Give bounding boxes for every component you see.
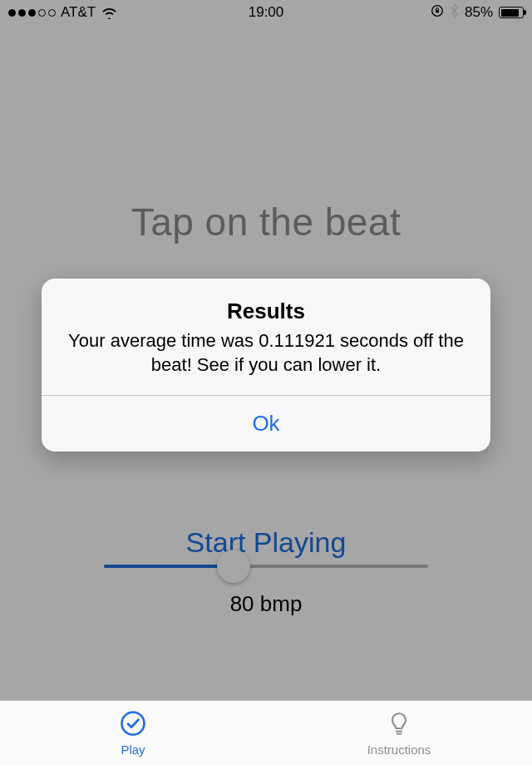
- alert-title: Results: [63, 299, 469, 324]
- ok-button[interactable]: Ok: [42, 396, 490, 452]
- status-bar: AT&T 19:00 85%: [0, 0, 532, 25]
- tab-play[interactable]: Play: [0, 701, 266, 765]
- check-circle-icon: [119, 709, 147, 741]
- carrier-label: AT&T: [61, 4, 96, 21]
- alert-body: Results Your average time was 0.111921 s…: [42, 279, 490, 395]
- bluetooth-icon: [450, 3, 459, 22]
- status-left: AT&T: [8, 4, 118, 21]
- rotation-lock-icon: [431, 4, 444, 22]
- alert-message: Your average time was 0.111921 seconds o…: [63, 329, 469, 377]
- tab-instructions-label: Instructions: [367, 743, 431, 757]
- wifi-icon: [101, 7, 118, 19]
- svg-point-2: [122, 713, 145, 735]
- tab-bar: Play Instructions: [0, 700, 532, 765]
- signal-strength-icon: [8, 9, 56, 17]
- svg-rect-1: [436, 10, 439, 12]
- status-right: 85%: [431, 3, 524, 22]
- battery-icon: [499, 7, 524, 18]
- tab-instructions[interactable]: Instructions: [266, 701, 532, 765]
- battery-percentage: 85%: [465, 4, 493, 21]
- results-alert: Results Your average time was 0.111921 s…: [42, 279, 490, 452]
- tab-play-label: Play: [121, 743, 145, 757]
- clock: 19:00: [249, 4, 284, 21]
- lightbulb-icon: [385, 709, 413, 741]
